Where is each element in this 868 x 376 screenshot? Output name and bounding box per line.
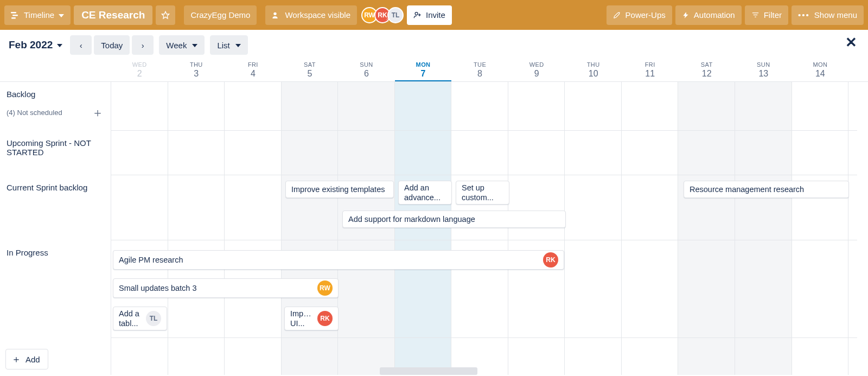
chevron-down-icon <box>235 44 241 47</box>
avatar[interactable]: TL <box>387 7 404 23</box>
filter-button[interactable]: Filter <box>745 5 788 25</box>
avatar[interactable]: RK <box>543 252 558 267</box>
range-label: Week <box>166 41 187 50</box>
day-header[interactable]: TUE8 <box>451 59 508 81</box>
lane-title[interactable]: Upcoming Sprint - NOT STARTED <box>0 131 111 163</box>
day-header[interactable]: THU10 <box>565 59 622 81</box>
card[interactable]: Add support for markdown language <box>342 211 566 228</box>
month-selector[interactable]: Feb 2022 <box>7 36 65 54</box>
board-title-text: CE Research <box>81 9 145 21</box>
powerups-button[interactable]: Power-Ups <box>607 5 672 25</box>
card[interactable]: Improve existing templates <box>285 181 394 198</box>
card[interactable]: Improve UI... RK <box>284 307 339 330</box>
day-header[interactable]: TUE15 <box>848 59 868 81</box>
board-title[interactable]: CE Research <box>74 5 152 25</box>
day-header[interactable]: MON14 <box>792 59 849 81</box>
avatar[interactable]: RW <box>317 281 333 296</box>
card-title: Add a tabl... <box>119 309 142 328</box>
day-header[interactable]: THU3 <box>168 59 225 81</box>
add-lane-button[interactable]: ＋ Add <box>5 349 48 369</box>
day-header[interactable]: FRI11 <box>622 59 679 81</box>
card[interactable]: Resource management research <box>684 181 849 198</box>
day-header[interactable]: WED9 <box>508 59 565 81</box>
horizontal-scrollbar[interactable] <box>380 367 477 375</box>
close-button[interactable]: ✕ <box>845 35 857 49</box>
visibility-label: Workspace visible <box>285 10 350 20</box>
lane-backlog: Backlog (4) Not scheduled ＋ <box>0 82 857 131</box>
automation-label: Automation <box>694 10 735 20</box>
timeline-icon <box>11 11 20 20</box>
lanes: Backlog (4) Not scheduled ＋ Upcoming Spr… <box>0 82 857 375</box>
powerups-label: Power-Ups <box>626 10 666 20</box>
svg-rect-1 <box>12 15 18 16</box>
day-header[interactable]: SUN6 <box>338 59 395 81</box>
board-members: RW RK TL <box>361 7 404 23</box>
prev-button[interactable]: ‹ <box>70 35 92 55</box>
lane-current-sprint: Current Sprint backlog Improve existing … <box>0 175 857 240</box>
day-header[interactable]: WED2 <box>111 59 168 81</box>
range-selector[interactable]: Week <box>159 35 205 55</box>
lane-title-text: Backlog <box>7 90 105 99</box>
day-header[interactable]: FRI4 <box>225 59 282 81</box>
card[interactable]: Add an advance... <box>398 181 452 205</box>
card-title: Improve existing templates <box>291 184 385 194</box>
star-icon <box>161 11 170 20</box>
lane-title-text: In Progress <box>7 248 105 257</box>
lane-upcoming: Upcoming Sprint - NOT STARTED <box>0 131 857 175</box>
ellipsis-icon: ••• <box>798 10 810 20</box>
today-button[interactable]: Today <box>94 35 130 55</box>
invite-button[interactable]: Invite <box>407 5 452 25</box>
day-header-today[interactable]: MON7 <box>395 59 452 81</box>
day-header[interactable]: SUN13 <box>735 59 792 81</box>
lane-title-text: Current Sprint backlog <box>7 183 105 192</box>
close-icon: ✕ <box>845 34 857 50</box>
lane-title[interactable]: Current Sprint backlog <box>0 175 111 199</box>
day-header[interactable]: SAT12 <box>678 59 735 81</box>
svg-rect-2 <box>11 17 16 19</box>
card[interactable]: Small updates batch 3 RW <box>113 278 339 298</box>
card-title: Small updates batch 3 <box>119 283 196 293</box>
chevron-down-icon <box>59 14 64 17</box>
add-card-button[interactable]: ＋ <box>92 107 104 119</box>
star-button[interactable] <box>156 5 175 25</box>
show-menu-button[interactable]: ••• Show menu <box>792 5 864 25</box>
team-button[interactable]: CrazyEgg Demo <box>184 5 257 25</box>
card-title: Resource management research <box>690 184 804 194</box>
lane-title-text: Upcoming Sprint - NOT STARTED <box>7 138 105 157</box>
svg-marker-3 <box>162 11 169 18</box>
invite-label: Invite <box>426 10 445 20</box>
team-label: CrazyEgg Demo <box>190 10 250 20</box>
view-switcher[interactable]: Timeline <box>4 5 71 25</box>
lane-unscheduled-count[interactable]: (4) Not scheduled <box>7 109 105 117</box>
automation-button[interactable]: Automation <box>675 5 742 25</box>
avatar[interactable]: TL <box>146 311 161 326</box>
day-header-row: WED2 THU3 FRI4 SAT5 SUN6 MON7 TUE8 WED9 … <box>0 59 868 82</box>
plus-icon: ＋ <box>92 106 104 119</box>
chevron-down-icon <box>192 44 197 47</box>
avatar[interactable]: RK <box>317 311 333 326</box>
group-selector[interactable]: List <box>210 35 247 55</box>
visibility-button[interactable]: Workspace visible <box>265 5 357 25</box>
svg-point-5 <box>415 12 418 15</box>
day-header[interactable]: SAT5 <box>282 59 339 81</box>
card-title: Add support for markdown language <box>348 214 475 224</box>
card[interactable]: Agile PM research RK <box>113 250 564 270</box>
today-label: Today <box>101 41 123 50</box>
card[interactable]: Set up custom... <box>456 181 509 205</box>
timeline-toolbar: Feb 2022 ‹ Today › Week List ✕ <box>0 30 868 59</box>
card[interactable]: Add a tabl... TL <box>113 307 167 330</box>
lane-in-progress: In Progress Agile PM research RK Small u… <box>0 240 857 338</box>
chevron-left-icon: ‹ <box>80 41 82 50</box>
filter-icon <box>751 11 760 19</box>
add-lane-label: Add <box>25 355 40 364</box>
add-user-icon <box>413 11 422 19</box>
board-header: Timeline CE Research CrazyEgg Demo Works… <box>0 0 868 30</box>
lane-title[interactable]: Backlog (4) Not scheduled ＋ <box>0 82 111 123</box>
timeline-grid: ▴ ▾ WED2 THU3 FRI4 SAT5 SUN6 MON7 TUE8 W… <box>0 59 868 375</box>
filter-label: Filter <box>764 10 782 20</box>
next-button[interactable]: › <box>132 35 154 55</box>
lane-title[interactable]: In Progress <box>0 240 111 264</box>
plus-icon: ＋ <box>11 353 21 366</box>
card-title: Add an advance... <box>404 183 446 202</box>
card-title: Agile PM research <box>119 255 183 265</box>
